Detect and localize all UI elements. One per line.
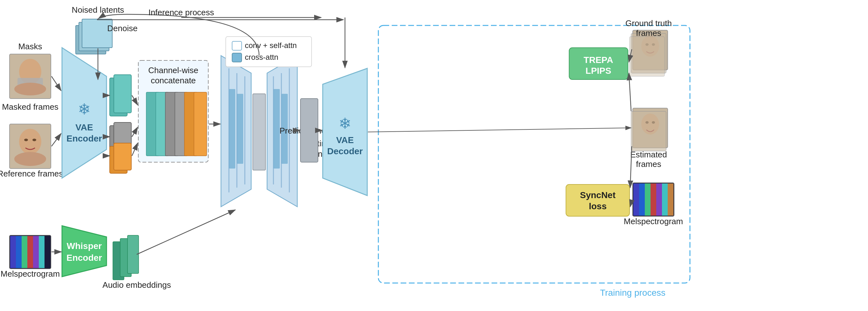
svg-rect-75	[651, 184, 656, 216]
svg-marker-50	[323, 68, 367, 195]
svg-rect-78	[668, 184, 674, 216]
svg-point-9	[32, 138, 36, 141]
svg-rect-72	[633, 184, 639, 216]
inference-process-label: Inference process	[149, 8, 214, 17]
svg-rect-19	[114, 75, 131, 113]
legend-conv-label: conv + self-attn	[245, 41, 297, 50]
svg-text:VAE: VAE	[75, 122, 93, 132]
melspectrogram1-label: Melspectrogram	[1, 269, 60, 279]
svg-line-99	[132, 143, 138, 156]
svg-rect-69	[566, 184, 629, 216]
svg-rect-45	[232, 41, 242, 50]
svg-point-10	[14, 152, 46, 166]
svg-line-91	[52, 76, 61, 91]
svg-point-7	[19, 129, 41, 154]
svg-text:Encoder: Encoder	[66, 253, 102, 263]
svg-rect-76	[656, 184, 662, 216]
svg-text:frames: frames	[636, 28, 661, 38]
svg-rect-82	[22, 236, 27, 268]
reference-frames-label: Reference frames	[0, 169, 63, 178]
channel-wise-label: Channel-wise	[148, 65, 198, 75]
svg-rect-49	[301, 99, 318, 162]
svg-rect-23	[114, 143, 131, 170]
syncnet-label: SyncNet	[580, 190, 616, 200]
ground-truth-label: Ground truth	[625, 19, 672, 28]
svg-line-101	[137, 210, 235, 254]
svg-text:❄: ❄	[78, 101, 91, 118]
estimated-frames-label: Estimated	[630, 150, 667, 159]
svg-rect-84	[33, 236, 39, 268]
masks-label: Masks	[18, 42, 42, 51]
svg-rect-77	[662, 184, 668, 216]
lpips-label: LPIPS	[586, 66, 612, 76]
svg-rect-85	[39, 236, 44, 268]
svg-text:Encoder: Encoder	[66, 133, 102, 144]
svg-rect-67	[631, 111, 666, 151]
svg-rect-37	[237, 94, 243, 164]
svg-text:concatenate: concatenate	[151, 76, 196, 85]
svg-line-92	[52, 133, 61, 146]
svg-line-97	[132, 95, 138, 105]
svg-point-5	[14, 83, 46, 95]
svg-point-8	[24, 138, 28, 141]
denoise-label: Denoise	[107, 24, 137, 33]
noised-latents-label: Noised latents	[72, 5, 124, 14]
trepa-label: TREPA	[584, 55, 613, 65]
svg-rect-81	[16, 236, 22, 268]
svg-text:frames: frames	[636, 159, 661, 169]
architecture-diagram: Masks Masked frames Reference frames Noi…	[0, 0, 868, 311]
training-process-label: Training process	[600, 288, 665, 298]
svg-rect-47	[253, 94, 266, 170]
masked-frames-label: Masked frames	[2, 102, 59, 112]
svg-text:❄: ❄	[339, 115, 351, 132]
svg-marker-32	[221, 56, 251, 207]
svg-line-98	[132, 127, 138, 137]
svg-rect-42	[273, 89, 280, 168]
svg-text:loss: loss	[589, 201, 607, 211]
svg-rect-83	[27, 236, 33, 268]
svg-text:Decoder: Decoder	[327, 146, 363, 156]
audio-embeddings-label: Audio embeddings	[102, 280, 171, 290]
svg-line-108	[630, 200, 632, 207]
legend-cross-label: cross-attn	[245, 53, 278, 61]
svg-rect-80	[10, 236, 16, 268]
svg-rect-74	[645, 184, 651, 216]
whisper-encoder-label: Whisper	[67, 241, 102, 251]
svg-line-104	[368, 128, 631, 132]
svg-rect-73	[639, 184, 645, 216]
svg-text:VAE: VAE	[336, 135, 354, 145]
svg-rect-46	[232, 53, 242, 62]
svg-rect-36	[229, 89, 235, 168]
svg-rect-21	[114, 122, 131, 146]
svg-line-105	[629, 73, 631, 111]
svg-rect-30	[194, 92, 207, 156]
svg-rect-60	[629, 37, 664, 76]
melspectrogram2-label: Melspectrogram	[624, 217, 683, 226]
svg-marker-86	[62, 226, 106, 277]
